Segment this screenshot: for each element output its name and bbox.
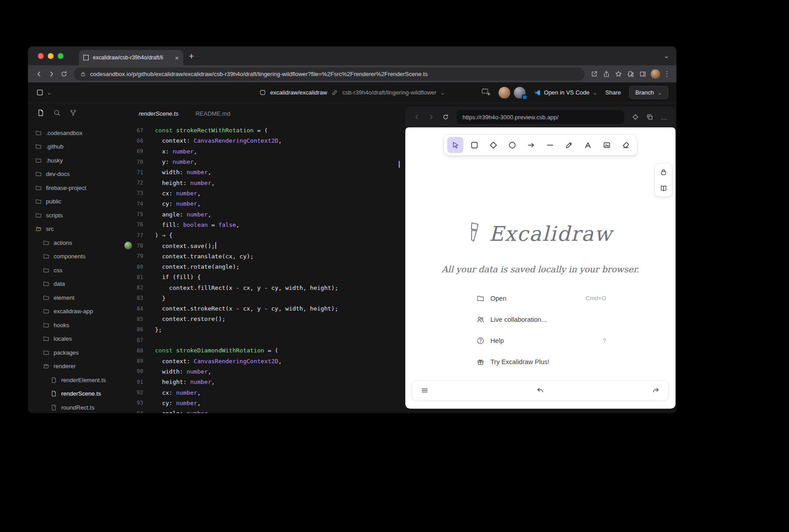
tree-item-packages[interactable]: packages bbox=[28, 346, 122, 360]
editor-tab-renderScene.ts[interactable]: renderScene.ts bbox=[139, 110, 178, 117]
tool-image[interactable] bbox=[599, 137, 615, 153]
tree-item-public[interactable]: public bbox=[28, 195, 122, 209]
code-line-68[interactable]: 68 context: CanvasRenderingContext2D, bbox=[122, 135, 404, 146]
code-line-81[interactable]: 81 if (fill) { bbox=[122, 272, 404, 282]
tree-item-dev-docs[interactable]: dev-docs bbox=[28, 167, 122, 181]
extensions-button[interactable] bbox=[625, 68, 637, 80]
code-line-87[interactable]: 87 bbox=[122, 335, 404, 345]
forward-button[interactable] bbox=[45, 68, 58, 80]
open-in-window-button[interactable] bbox=[588, 68, 600, 80]
tool-rectangle[interactable] bbox=[466, 137, 482, 153]
tree-item-firebase-project[interactable]: firebase-project bbox=[28, 181, 122, 195]
preview-duplicate-button[interactable] bbox=[644, 111, 656, 123]
menu-item-try-excalidraw-plus[interactable]: Try Excalidraw Plus! bbox=[476, 356, 606, 368]
back-button[interactable] bbox=[32, 68, 45, 80]
code-line-93[interactable]: 93 cy: number, bbox=[122, 398, 404, 408]
code-line-79[interactable]: 79 context.translate(cx, cy); bbox=[122, 251, 404, 261]
browser-tab[interactable]: excalidraw/csb-r39h4o/draft/li × bbox=[79, 50, 183, 65]
code-line-78[interactable]: 78 context.save(); bbox=[122, 240, 404, 251]
explorer-tab-button[interactable] bbox=[37, 109, 45, 118]
preview-inspect-button[interactable] bbox=[630, 111, 641, 123]
workspace-menu-button[interactable]: ⌄ bbox=[36, 89, 51, 96]
open-in-vscode-button[interactable]: Open in VS Code ⌄ bbox=[534, 89, 597, 96]
code-line-85[interactable]: 85 context.restore(); bbox=[122, 314, 404, 324]
code-line-70[interactable]: 70 y: number, bbox=[122, 157, 404, 167]
tree-item-hooks[interactable]: hooks bbox=[28, 318, 122, 332]
tool-draw[interactable] bbox=[561, 137, 577, 153]
collaborator-avatar-2[interactable] bbox=[514, 87, 526, 99]
redo-button[interactable] bbox=[649, 384, 662, 397]
share-page-button[interactable] bbox=[600, 68, 612, 80]
code-line-80[interactable]: 80 context.rotate(angle); bbox=[122, 261, 404, 272]
tree-item-.github[interactable]: .github bbox=[28, 140, 122, 154]
tree-item-locales[interactable]: locales bbox=[28, 332, 122, 346]
code-line-90[interactable]: 90 width: number, bbox=[122, 366, 404, 377]
tool-line[interactable] bbox=[542, 137, 558, 153]
tool-text[interactable] bbox=[580, 137, 596, 153]
tool-arrow[interactable] bbox=[523, 137, 539, 153]
project-breadcrumb[interactable]: excalidraw/excalidraw csb-r39h4o/draft/l… bbox=[259, 89, 445, 96]
bookmark-button[interactable] bbox=[612, 68, 625, 80]
tree-item-src[interactable]: src bbox=[28, 222, 122, 236]
reload-button[interactable] bbox=[58, 68, 70, 80]
code-line-75[interactable]: 75 angle: number, bbox=[122, 209, 404, 219]
fullscreen-window-button[interactable] bbox=[58, 53, 63, 59]
tree-item-components[interactable]: components bbox=[28, 250, 122, 264]
tree-item-renderer[interactable]: renderer bbox=[28, 360, 122, 374]
code-line-73[interactable]: 73 cx: number, bbox=[122, 188, 404, 198]
new-tab-button[interactable]: + bbox=[189, 51, 194, 61]
tree-item-renderScene.ts[interactable]: renderScene.ts bbox=[28, 387, 122, 401]
code-line-88[interactable]: 88const strokeDiamondWithRotation = ( bbox=[122, 345, 404, 356]
code-line-94[interactable]: 94 angle: number bbox=[122, 408, 404, 413]
tree-item-actions[interactable]: actions bbox=[28, 236, 122, 250]
tree-item-css[interactable]: css bbox=[28, 263, 122, 277]
address-bar[interactable]: codesandbox.io/p/github/excalidraw/excal… bbox=[74, 68, 585, 81]
code-line-72[interactable]: 72 height: number, bbox=[122, 177, 404, 188]
code-line-69[interactable]: 69 x: number, bbox=[122, 146, 404, 157]
tool-ellipse[interactable] bbox=[504, 137, 520, 153]
tree-item-.codesandbox[interactable]: .codesandbox bbox=[28, 126, 122, 140]
code-line-74[interactable]: 74 cy: number, bbox=[122, 198, 404, 209]
code-area[interactable]: 67const strokeRectWithRotation = (68 con… bbox=[122, 124, 404, 413]
code-line-71[interactable]: 71 width: number, bbox=[122, 167, 404, 177]
menu-item-live-collaboration[interactable]: Live collaboration... bbox=[476, 313, 606, 325]
code-line-83[interactable]: 83 } bbox=[122, 293, 404, 303]
preview-reload-button[interactable] bbox=[440, 111, 451, 123]
code-line-67[interactable]: 67const strokeRectWithRotation = ( bbox=[122, 125, 404, 135]
close-window-button[interactable] bbox=[38, 53, 44, 59]
code-line-89[interactable]: 89 context: CanvasRenderingContext2D, bbox=[122, 356, 404, 366]
code-line-84[interactable]: 84 context.strokeRect(x - cx, y - cy, wi… bbox=[122, 303, 404, 314]
browser-menu-button[interactable]: ⋮ bbox=[662, 68, 672, 80]
code-line-82[interactable]: 82 context.fillRect(x - cx, y - cy, widt… bbox=[122, 282, 404, 293]
lock-tool-button[interactable] bbox=[656, 165, 671, 179]
search-tab-button[interactable] bbox=[53, 109, 61, 118]
tree-item-renderElement.ts[interactable]: renderElement.ts bbox=[28, 373, 122, 387]
preview-address-bar[interactable]: https://r39h4o-3000.preview.csb.app/ bbox=[457, 110, 624, 124]
tool-diamond[interactable] bbox=[485, 137, 501, 153]
share-button[interactable]: Share bbox=[605, 89, 621, 96]
code-line-92[interactable]: 92 cx: number, bbox=[122, 387, 404, 397]
hamburger-menu-button[interactable] bbox=[418, 384, 431, 397]
collaborator-avatar-1[interactable] bbox=[499, 87, 510, 99]
excalidraw-canvas[interactable]: Excalidraw All your data is saved locall… bbox=[405, 127, 676, 409]
branch-button[interactable]: Branch ⌄ bbox=[629, 86, 668, 99]
tool-eraser[interactable] bbox=[617, 137, 634, 153]
preview-forward-button[interactable] bbox=[425, 111, 437, 123]
tab-search-chevron-icon[interactable]: ⌄ bbox=[663, 52, 669, 60]
tree-item-element[interactable]: element bbox=[28, 291, 122, 305]
browser-profile-avatar[interactable] bbox=[651, 69, 660, 79]
library-button[interactable] bbox=[656, 181, 671, 195]
preview-back-button[interactable] bbox=[411, 111, 422, 123]
tree-item-data[interactable]: data bbox=[28, 277, 122, 291]
code-line-76[interactable]: 76 fill: boolean = false, bbox=[122, 220, 404, 230]
code-line-86[interactable]: 86}; bbox=[122, 325, 404, 335]
tab-close-icon[interactable]: × bbox=[175, 54, 179, 61]
tree-item-.husky[interactable]: .husky bbox=[28, 153, 122, 167]
minimize-window-button[interactable] bbox=[48, 53, 54, 59]
tree-item-roundRect.ts[interactable]: roundRect.ts bbox=[28, 401, 122, 413]
menu-item-help[interactable]: Help? bbox=[476, 334, 606, 347]
code-line-91[interactable]: 91 height: number, bbox=[122, 377, 404, 387]
source-control-tab-button[interactable] bbox=[69, 109, 77, 118]
capture-preview-button[interactable] bbox=[481, 87, 490, 98]
preview-menu-button[interactable]: … bbox=[658, 111, 670, 123]
